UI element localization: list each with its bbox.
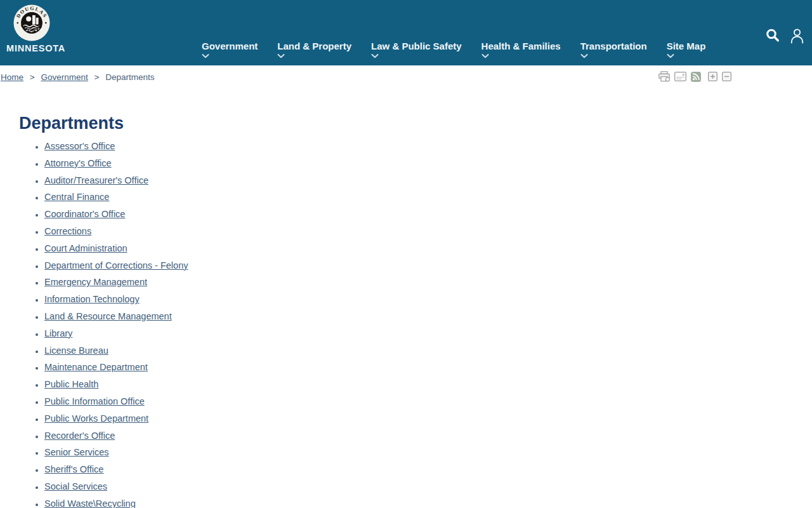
department-link[interactable]: Social Services: [44, 481, 107, 491]
department-link[interactable]: Auditor/Treasurer's Office: [44, 175, 148, 185]
list-item: Public Health: [44, 379, 812, 391]
department-link[interactable]: Public Information Office: [44, 396, 145, 406]
department-link[interactable]: Recorder's Office: [44, 431, 115, 441]
nav-item-label: Transportation: [580, 41, 647, 51]
department-link[interactable]: Sheriff's Office: [44, 464, 103, 474]
department-link[interactable]: Attorney's Office: [44, 158, 112, 168]
chevron-down-icon: [371, 54, 379, 58]
list-item: Auditor/Treasurer's Office: [44, 175, 812, 187]
department-link[interactable]: Emergency Management: [44, 277, 147, 287]
breadcrumb-row: Home > Government > Departments: [0, 65, 812, 86]
department-link[interactable]: License Bureau: [44, 345, 108, 356]
list-item: Public Information Office: [44, 396, 812, 408]
email-icon[interactable]: [674, 72, 686, 81]
department-link[interactable]: Central Finance: [44, 192, 109, 202]
nav-item-label: Site Map: [667, 41, 706, 51]
list-item: Social Services: [44, 481, 812, 493]
department-link[interactable]: Solid Waste\Recycling: [44, 498, 136, 508]
nav-item[interactable]: Government: [202, 41, 258, 58]
breadcrumb-government-link[interactable]: Government: [41, 72, 88, 82]
department-link[interactable]: Department of Corrections - Felony: [44, 260, 188, 271]
departments-list: Assessor's Office Attorney's Office Audi…: [19, 141, 812, 508]
chevron-down-icon: [481, 54, 489, 58]
breadcrumb-current: Departments: [105, 72, 154, 82]
breadcrumb-separator: >: [30, 72, 35, 82]
breadcrumb-home-link[interactable]: Home: [1, 72, 23, 82]
breadcrumb-separator: >: [95, 72, 100, 82]
site-header: DOUGLAS COUNTY MINNESOTA Government Land…: [0, 0, 812, 65]
print-icon[interactable]: [658, 71, 670, 82]
list-item: Land & Resource Management: [44, 311, 812, 323]
page-tools: [658, 71, 731, 82]
department-link[interactable]: Public Works Department: [44, 413, 148, 424]
list-item: Department of Corrections - Felony: [44, 260, 812, 272]
nav-item[interactable]: Health & Families: [481, 41, 561, 58]
department-link[interactable]: Coordinator's Office: [44, 209, 125, 219]
main-content: Departments Assessor's Office Attorney's…: [0, 115, 812, 508]
douglas-county-seal-icon: DOUGLAS COUNTY: [13, 4, 50, 41]
nav-item[interactable]: Land & Property: [277, 41, 351, 58]
nav-item-label: Land & Property: [277, 41, 351, 51]
logo-state-label: MINNESOTA: [6, 43, 57, 53]
list-item: Court Administration: [44, 243, 812, 255]
list-item: Library: [44, 328, 812, 340]
list-item: Maintenance Department: [44, 362, 812, 373]
department-link[interactable]: Maintenance Department: [44, 362, 148, 372]
list-item: Coordinator's Office: [44, 209, 812, 220]
department-link[interactable]: Assessor's Office: [44, 141, 115, 151]
list-item: Senior Services: [44, 447, 812, 458]
list-item: Central Finance: [44, 192, 812, 203]
list-item: Sheriff's Office: [44, 464, 812, 476]
nav-item[interactable]: Site Map: [667, 41, 706, 58]
list-item: License Bureau: [44, 345, 812, 357]
increase-font-icon[interactable]: [708, 72, 717, 81]
nav-item-label: Law & Public Safety: [371, 41, 462, 51]
department-link[interactable]: Land & Resource Management: [44, 311, 172, 321]
department-link[interactable]: Library: [44, 328, 72, 338]
list-item: Public Works Department: [44, 413, 812, 425]
user-account-icon[interactable]: [790, 28, 804, 44]
department-link[interactable]: Information Technology: [44, 294, 140, 304]
list-item: Emergency Management: [44, 277, 812, 288]
county-seal-logo[interactable]: DOUGLAS COUNTY MINNESOTA: [6, 4, 57, 53]
page-title: Departments: [19, 115, 812, 132]
department-link[interactable]: Court Administration: [44, 243, 128, 253]
main-navigation: Government Land & Property Law & Public …: [202, 41, 705, 58]
decrease-font-icon[interactable]: [722, 72, 731, 81]
nav-item[interactable]: Law & Public Safety: [371, 41, 462, 58]
list-item: Attorney's Office: [44, 158, 812, 170]
nav-item-label: Government: [202, 41, 258, 51]
chevron-down-icon: [667, 54, 674, 58]
list-item: Information Technology: [44, 294, 812, 305]
list-item: Corrections: [44, 226, 812, 237]
department-link[interactable]: Senior Services: [44, 447, 109, 457]
header-utility-icons: [766, 28, 804, 44]
list-item: Solid Waste\Recycling: [44, 498, 812, 508]
search-icon[interactable]: [766, 28, 780, 43]
list-item: Assessor's Office: [44, 141, 812, 152]
chevron-down-icon: [580, 54, 588, 58]
list-item: Recorder's Office: [44, 431, 812, 442]
nav-item-label: Health & Families: [481, 41, 561, 51]
nav-item[interactable]: Transportation: [580, 41, 647, 58]
department-link[interactable]: Public Health: [44, 379, 98, 389]
department-link[interactable]: Corrections: [44, 226, 91, 236]
chevron-down-icon: [202, 54, 209, 58]
rss-icon[interactable]: [691, 72, 701, 82]
chevron-down-icon: [277, 54, 285, 58]
